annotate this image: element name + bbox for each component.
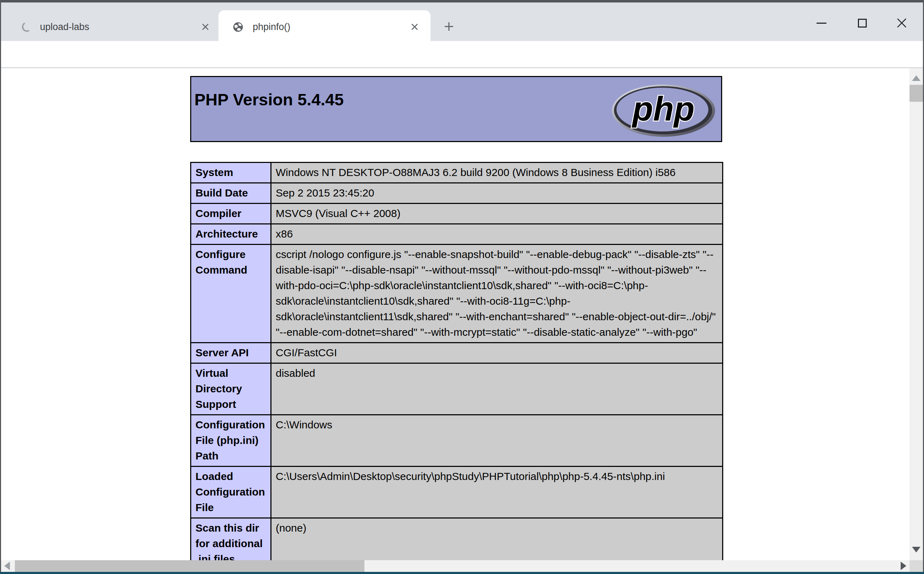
row-value: Windows NT DESKTOP-O88MAJ3 6.2 build 920… xyxy=(271,162,723,183)
table-row: Scan this dir for additional .ini files … xyxy=(191,518,723,561)
minimize-icon xyxy=(817,23,826,24)
page-title: PHP Version 5.4.45 xyxy=(194,90,344,109)
row-value: (none) xyxy=(271,518,723,561)
table-row: System Windows NT DESKTOP-O88MAJ3 6.2 bu… xyxy=(191,162,723,183)
table-row: Configuration File (php.ini) Path C:\Win… xyxy=(191,415,723,467)
scrollbar-corner xyxy=(910,560,923,572)
php-version-header: PHP Version 5.4.45 php xyxy=(190,76,722,142)
row-value: CGI/FastCGI xyxy=(271,343,723,363)
scroll-right-arrow-icon[interactable] xyxy=(901,561,906,570)
php-logo[interactable]: php xyxy=(612,84,716,139)
row-value: x86 xyxy=(271,224,723,244)
row-value: MSVC9 (Visual C++ 2008) xyxy=(271,203,723,224)
table-row: Architecture x86 xyxy=(191,224,723,244)
table-row: Configure Command cscript /nologo config… xyxy=(191,244,723,343)
tab-upload-labs[interactable]: upload-labs xyxy=(14,10,217,44)
horizontal-scrollbar[interactable] xyxy=(1,560,910,572)
window-border-top xyxy=(0,0,924,3)
new-tab-button[interactable] xyxy=(443,20,455,33)
table-row: Compiler MSVC9 (Visual C++ 2008) xyxy=(191,203,723,224)
horizontal-scrollbar-thumb[interactable] xyxy=(15,560,364,572)
row-value: C:\Windows xyxy=(271,415,723,467)
row-label: Loaded Configuration File xyxy=(191,467,271,518)
tab-strip: upload-labs phpinfo() xyxy=(1,3,923,41)
minimize-button[interactable] xyxy=(812,13,831,33)
maximize-icon xyxy=(858,19,867,28)
vertical-scrollbar-thumb[interactable] xyxy=(910,85,923,102)
row-label: Configure Command xyxy=(191,244,271,343)
row-label: Virtual Directory Support xyxy=(191,363,271,415)
row-label: Architecture xyxy=(191,224,271,244)
globe-icon xyxy=(233,22,244,33)
tab-close-icon[interactable] xyxy=(409,22,420,32)
row-value: disabled xyxy=(271,363,723,415)
tab-title: phpinfo() xyxy=(253,22,290,33)
browser-toolbar: http://127.0.0.1/upload/tz.php. xyxy=(1,41,923,68)
maximize-button[interactable] xyxy=(852,13,872,33)
row-value: cscript /nologo configure.js "--enable-s… xyxy=(271,244,723,343)
tab-title: upload-labs xyxy=(40,22,90,33)
table-row: Server API CGI/FastCGI xyxy=(191,343,723,363)
table-row: Virtual Directory Support disabled xyxy=(191,363,723,415)
row-label: Server API xyxy=(191,343,271,363)
window-border-bottom xyxy=(0,572,924,574)
phpinfo-table: System Windows NT DESKTOP-O88MAJ3 6.2 bu… xyxy=(190,162,723,560)
page-viewport: PHP Version 5.4.45 php Sy xyxy=(1,68,910,560)
scroll-left-arrow-icon[interactable] xyxy=(4,561,10,570)
vertical-scrollbar[interactable] xyxy=(910,68,923,560)
table-row: Loaded Configuration File C:\Users\Admin… xyxy=(191,467,723,518)
tab-close-icon[interactable] xyxy=(200,22,211,32)
tab-phpinfo[interactable]: phpinfo() xyxy=(218,10,430,44)
scroll-down-arrow-icon[interactable] xyxy=(912,547,921,552)
row-value: Sep 2 2015 23:45:20 xyxy=(271,183,723,203)
row-label: Compiler xyxy=(191,203,271,224)
php-logo-text: php xyxy=(631,90,695,128)
row-label: Configuration File (php.ini) Path xyxy=(191,415,271,467)
row-label: System xyxy=(191,162,271,183)
row-label: Scan this dir for additional .ini files xyxy=(191,518,271,561)
close-window-button[interactable] xyxy=(892,13,911,33)
row-label: Build Date xyxy=(191,183,271,203)
table-row: Build Date Sep 2 2015 23:45:20 xyxy=(191,183,723,203)
browser-window: upload-labs phpinfo() xyxy=(0,0,924,574)
loading-spinner-icon xyxy=(21,21,33,33)
window-border-left xyxy=(0,0,1,572)
scroll-up-arrow-icon[interactable] xyxy=(912,75,921,81)
row-value: C:\Users\Admin\Desktop\security\phpStudy… xyxy=(271,467,723,518)
close-icon xyxy=(896,17,908,29)
